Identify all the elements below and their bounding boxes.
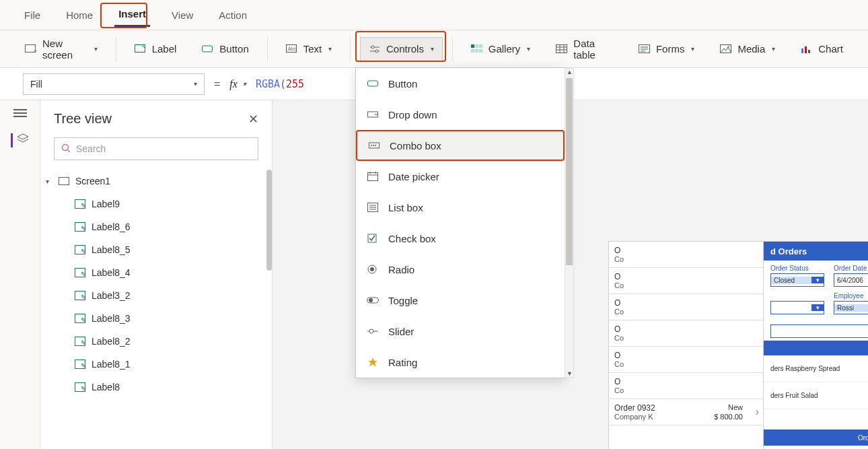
notes-input[interactable] — [770, 324, 868, 338]
dropdown-item-combobox[interactable]: Combo box — [356, 130, 565, 161]
svg-point-8 — [371, 46, 374, 48]
menu-view[interactable]: View — [168, 4, 197, 26]
tree-node-label8_1[interactable]: Label8_1 — [46, 353, 272, 376]
scroll-thumb[interactable] — [566, 78, 573, 265]
chevron-down-icon: ▾ — [811, 277, 824, 283]
tree-node-label9[interactable]: Label9 — [46, 193, 272, 215]
line-items-header: Quantity Unit Price Extended — [764, 341, 868, 355]
svg-text:+: + — [34, 48, 37, 54]
tree-node-label: Label8 — [92, 382, 120, 392]
order-list-row[interactable]: OCo — [609, 373, 763, 399]
date-value: 6/4/2006 — [834, 277, 868, 284]
tree-node-label8_2[interactable]: Label8_2 — [46, 330, 272, 353]
order-status-combo[interactable]: Closed▾ — [770, 273, 824, 287]
label-icon — [74, 267, 86, 279]
text-icon: Abc — [286, 43, 298, 55]
close-icon[interactable]: ✕ — [248, 112, 258, 127]
dropdown-item-datepicker[interactable]: Date picker — [356, 161, 565, 192]
line-item-row[interactable]: ders Fruit Salad40$ 39.001,560.00 — [764, 382, 868, 409]
ribbon-chart[interactable]: Chart — [792, 37, 852, 61]
tree-node-label8_5[interactable]: Label8_5 — [46, 238, 272, 261]
forms-icon — [639, 43, 651, 55]
hamburger-icon[interactable] — [13, 108, 27, 120]
dropdown-item-button[interactable]: Button — [356, 68, 565, 99]
menu-action[interactable]: Action — [215, 4, 251, 26]
ribbon-label[interactable]: Label — [126, 37, 186, 61]
ribbon-media[interactable]: Media ▾ — [711, 37, 784, 61]
ribbon-data-table[interactable]: Data table — [547, 32, 622, 67]
menu-home[interactable]: Home — [62, 4, 97, 26]
label-icon — [74, 381, 86, 393]
chevron-down-icon: ▾ — [772, 45, 775, 53]
order-list-row[interactable]: OCo — [609, 268, 763, 294]
dropdown-scrollbar[interactable]: ▲ ▼ — [565, 68, 574, 378]
tree-view-tab-icon[interactable] — [11, 133, 29, 147]
ribbon-gallery-label: Gallery — [489, 43, 521, 55]
tree-node-label: Label9 — [92, 199, 120, 209]
tree-node-label8_3[interactable]: Label8_3 — [46, 307, 272, 330]
ribbon-text[interactable]: Abc Text ▾ — [277, 37, 341, 61]
tree-node-label8_4[interactable]: Label8_4 — [46, 261, 272, 284]
tree-scrollbar[interactable] — [266, 170, 272, 271]
tree-node-label3_2[interactable]: Label3_2 — [46, 284, 272, 307]
order-list-row[interactable]: OCo — [609, 320, 763, 347]
dropdown-item-radio[interactable]: Radio — [356, 254, 565, 285]
line-item-row[interactable]: ders Raspberry Spread90$ 25.002,250.00 — [764, 355, 868, 382]
svg-rect-14 — [471, 49, 474, 53]
svg-point-57 — [369, 329, 373, 333]
search-placeholder: Search — [76, 143, 106, 154]
tree-search-input[interactable]: Search — [54, 137, 258, 160]
chevron-down-icon: ▾ — [527, 45, 530, 53]
combo-empty[interactable]: ▾ — [770, 301, 824, 314]
menu-file[interactable]: File — [20, 4, 44, 26]
ribbon-button-label: Button — [219, 43, 248, 55]
company-name: Co — [614, 360, 758, 368]
dropdown-item-label: List box — [388, 202, 423, 213]
scroll-down-icon[interactable]: ▼ — [567, 370, 573, 377]
menu-insert[interactable]: Insert — [114, 3, 150, 27]
tree-node-screen1[interactable]: ▾ Screen1 — [46, 170, 272, 193]
svg-rect-43 — [368, 173, 378, 181]
formula-input[interactable]: RGBA(255 — [256, 78, 304, 90]
chevron-down-icon: ▾ — [691, 45, 694, 53]
label-order-status: Order Status — [770, 265, 824, 272]
tree-node-label8_6[interactable]: Label8_6 — [46, 215, 272, 238]
order-date-picker[interactable]: 6/4/2006▦ — [834, 273, 868, 287]
ribbon-forms[interactable]: Forms ▾ — [630, 37, 704, 61]
svg-line-36 — [68, 150, 70, 152]
detail-header: d Orders 🗑 ＋ ✕ ✓ — [764, 242, 868, 261]
tree-node-label8[interactable]: Label8 — [46, 376, 272, 399]
ribbon-new-screen[interactable]: + New screen ▾ — [16, 32, 106, 67]
slider-icon — [367, 325, 379, 337]
radio-icon — [367, 263, 379, 275]
ribbon-gallery[interactable]: Gallery ▾ — [462, 37, 540, 61]
dropdown-item-toggle[interactable]: Toggle — [356, 285, 565, 316]
dropdown-item-listbox[interactable]: List box — [356, 192, 565, 223]
label-icon — [135, 43, 147, 55]
gallery-icon — [471, 43, 483, 55]
totals-row: Order Totals: 130 $ 3,810.00 — [764, 429, 868, 446]
order-list-row[interactable]: OCo — [609, 242, 763, 268]
dropdown-item-checkbox[interactable]: Check box — [356, 223, 565, 254]
dropdown-item-slider[interactable]: Slider — [356, 316, 565, 347]
label-icon — [74, 221, 86, 233]
dropdown-item-dropdown[interactable]: Drop down — [356, 99, 565, 130]
svg-rect-16 — [479, 49, 482, 53]
order-list-row[interactable]: Order 0932 Company K New $ 800.00 › — [609, 399, 763, 425]
tree-node-label: Label8_1 — [92, 359, 131, 370]
order-list-row[interactable]: OCo — [609, 347, 763, 373]
svg-rect-15 — [475, 49, 478, 53]
ribbon-button[interactable]: Button — [193, 37, 257, 61]
dropdown-item-rating[interactable]: Rating — [356, 347, 565, 378]
fx-button[interactable]: fx▾ — [229, 78, 246, 90]
employee-combo[interactable]: Rossi▾ — [834, 301, 868, 314]
property-selector[interactable]: Fill ▾ — [23, 73, 205, 95]
scroll-up-icon[interactable]: ▲ — [567, 69, 573, 75]
order-list-row[interactable]: OCo — [609, 294, 763, 320]
company-name: Co — [614, 386, 758, 394]
chart-icon — [801, 43, 813, 55]
tree-view-panel: Tree view ✕ Search ▾ Screen1 Label9Label… — [40, 100, 273, 449]
ribbon-controls[interactable]: Controls ▾ — [360, 37, 443, 61]
dropdown-item-label: Radio — [388, 264, 414, 275]
svg-marker-58 — [368, 357, 377, 367]
